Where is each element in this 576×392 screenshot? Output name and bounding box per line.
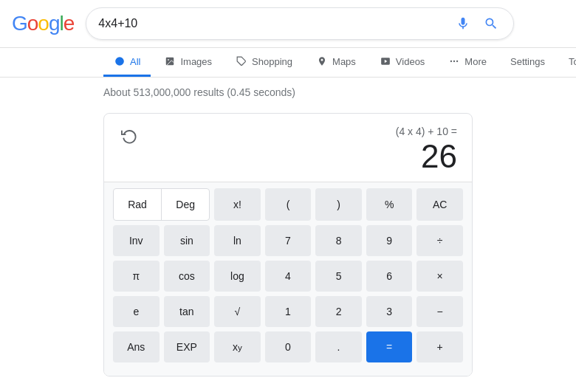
tab-shopping[interactable]: Shopping bbox=[225, 48, 303, 77]
inv-button[interactable]: Inv bbox=[113, 225, 160, 256]
header: Google 4x4+10 bbox=[0, 0, 576, 48]
tab-shopping-label: Shopping bbox=[252, 56, 292, 67]
google-logo: Google bbox=[12, 12, 74, 35]
rad-button[interactable]: Rad bbox=[114, 189, 161, 220]
multiply-button[interactable]: × bbox=[416, 261, 463, 292]
svg-point-0 bbox=[115, 57, 124, 66]
calc-row-3: π cos log 4 5 6 × bbox=[113, 261, 463, 292]
tan-button[interactable]: tan bbox=[164, 296, 210, 327]
four-button[interactable]: 4 bbox=[265, 261, 312, 292]
shopping-icon bbox=[236, 55, 247, 67]
svg-point-7 bbox=[453, 61, 455, 62]
tab-maps-label: Maps bbox=[332, 56, 356, 67]
e-button[interactable]: e bbox=[113, 296, 160, 327]
one-button[interactable]: 1 bbox=[265, 296, 312, 327]
calculator: (4 x 4) + 10 = 26 Rad Deg x! ( ) % AC In… bbox=[103, 113, 473, 376]
settings-tools: Settings Tools bbox=[500, 49, 576, 77]
seven-button[interactable]: 7 bbox=[265, 225, 312, 256]
ac-button[interactable]: AC bbox=[416, 188, 463, 221]
svg-point-2 bbox=[168, 59, 170, 61]
calc-expression: (4 x 4) + 10 = bbox=[140, 125, 457, 137]
ans-button[interactable]: Ans bbox=[113, 331, 160, 362]
search-icons bbox=[453, 13, 501, 34]
decimal-button[interactable]: . bbox=[315, 331, 362, 362]
calc-row-1: Rad Deg x! ( ) % AC bbox=[113, 188, 463, 221]
close-paren-button[interactable]: ) bbox=[315, 188, 362, 221]
power-button[interactable]: xy bbox=[214, 331, 261, 362]
calc-result: 26 bbox=[140, 140, 457, 173]
images-icon bbox=[164, 55, 176, 67]
logo-text: Google bbox=[12, 12, 74, 35]
sqrt-button[interactable]: √ bbox=[214, 296, 261, 327]
five-button[interactable]: 5 bbox=[315, 261, 362, 292]
calc-row-2: Inv sin ln 7 8 9 ÷ bbox=[113, 225, 463, 256]
tools-label: Tools bbox=[569, 56, 576, 67]
search-input[interactable]: 4x4+10 bbox=[98, 17, 453, 30]
cos-button[interactable]: cos bbox=[164, 261, 210, 292]
tab-videos[interactable]: Videos bbox=[369, 48, 436, 77]
settings-link[interactable]: Settings bbox=[500, 49, 555, 77]
search-bar: 4x4+10 bbox=[86, 7, 514, 40]
deg-button[interactable]: Deg bbox=[162, 189, 209, 220]
results-summary: About 513,000,000 results (0.45 seconds) bbox=[103, 86, 295, 98]
all-icon bbox=[114, 55, 126, 67]
nine-button[interactable]: 9 bbox=[366, 225, 413, 256]
videos-icon bbox=[380, 55, 391, 67]
percent-button[interactable]: % bbox=[366, 188, 413, 221]
tab-all[interactable]: All bbox=[103, 48, 151, 77]
tab-more-label: More bbox=[464, 56, 487, 67]
rad-deg-toggle: Rad Deg bbox=[113, 188, 210, 221]
pi-button[interactable]: π bbox=[113, 261, 160, 292]
equals-button[interactable]: = bbox=[366, 331, 413, 362]
calc-buttons: Rad Deg x! ( ) % AC Inv sin ln 7 8 9 ÷ π… bbox=[104, 182, 472, 376]
ln-button[interactable]: ln bbox=[214, 225, 261, 256]
more-icon bbox=[448, 55, 460, 67]
three-button[interactable]: 3 bbox=[366, 296, 413, 327]
factorial-button[interactable]: x! bbox=[214, 188, 261, 221]
tab-maps[interactable]: Maps bbox=[306, 48, 366, 77]
microphone-icon[interactable] bbox=[453, 13, 473, 34]
tools-link[interactable]: Tools bbox=[558, 49, 576, 77]
tab-all-label: All bbox=[130, 56, 140, 67]
plus-button[interactable]: + bbox=[416, 331, 463, 362]
svg-point-6 bbox=[450, 61, 452, 62]
divide-button[interactable]: ÷ bbox=[416, 225, 463, 256]
svg-point-8 bbox=[456, 61, 458, 62]
nav-tabs: All Images Shopping Maps Videos More Set… bbox=[0, 48, 576, 78]
log-button[interactable]: log bbox=[214, 261, 261, 292]
history-icon[interactable] bbox=[119, 125, 140, 146]
calc-result-area: (4 x 4) + 10 = 26 bbox=[140, 125, 457, 173]
maps-icon bbox=[316, 55, 328, 67]
two-button[interactable]: 2 bbox=[315, 296, 362, 327]
calc-display: (4 x 4) + 10 = 26 bbox=[104, 114, 472, 182]
exp-button[interactable]: EXP bbox=[164, 331, 210, 362]
minus-button[interactable]: − bbox=[416, 296, 463, 327]
zero-button[interactable]: 0 bbox=[265, 331, 312, 362]
six-button[interactable]: 6 bbox=[366, 261, 413, 292]
settings-label: Settings bbox=[510, 56, 545, 67]
search-button[interactable] bbox=[481, 13, 501, 34]
calc-row-4: e tan √ 1 2 3 − bbox=[113, 296, 463, 327]
tab-images[interactable]: Images bbox=[154, 48, 222, 77]
calc-row-5: Ans EXP xy 0 . = + bbox=[113, 331, 463, 362]
tab-images-label: Images bbox=[180, 56, 212, 67]
results-info: About 513,000,000 results (0.45 seconds) bbox=[0, 78, 576, 107]
sin-button[interactable]: sin bbox=[164, 225, 210, 256]
tab-videos-label: Videos bbox=[396, 56, 425, 67]
tab-more[interactable]: More bbox=[438, 48, 497, 77]
eight-button[interactable]: 8 bbox=[315, 225, 362, 256]
open-paren-button[interactable]: ( bbox=[265, 188, 312, 221]
